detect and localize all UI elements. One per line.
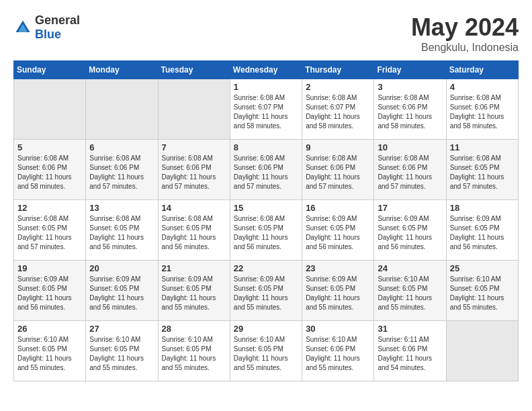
- day-info: Sunrise: 6:09 AM Sunset: 6:05 PM Dayligh…: [162, 275, 226, 312]
- page-header: General Blue May 2024 Bengkulu, Indonesi…: [13, 13, 519, 54]
- day-number: 2: [306, 82, 370, 92]
- day-info: Sunrise: 6:09 AM Sunset: 6:05 PM Dayligh…: [306, 214, 370, 252]
- day-number: 23: [306, 263, 370, 273]
- day-info: Sunrise: 6:08 AM Sunset: 6:07 PM Dayligh…: [306, 93, 370, 131]
- weekday-header-row: SundayMondayTuesdayWednesdayThursdayFrid…: [14, 61, 519, 79]
- day-number: 16: [306, 203, 370, 213]
- calendar-week-row: 26Sunrise: 6:10 AM Sunset: 6:05 PM Dayli…: [14, 321, 519, 381]
- day-info: Sunrise: 6:08 AM Sunset: 6:07 PM Dayligh…: [234, 93, 298, 131]
- day-number: 31: [378, 324, 442, 334]
- day-number: 25: [450, 263, 515, 273]
- calendar-cell: 25Sunrise: 6:10 AM Sunset: 6:05 PM Dayli…: [446, 261, 518, 321]
- day-number: 10: [378, 142, 442, 152]
- calendar-cell: 9Sunrise: 6:08 AM Sunset: 6:06 PM Daylig…: [302, 140, 374, 200]
- day-info: Sunrise: 6:08 AM Sunset: 6:06 PM Dayligh…: [450, 93, 515, 131]
- calendar-cell: 3Sunrise: 6:08 AM Sunset: 6:06 PM Daylig…: [374, 79, 446, 140]
- calendar-cell: 5Sunrise: 6:08 AM Sunset: 6:06 PM Daylig…: [14, 140, 86, 200]
- day-info: Sunrise: 6:08 AM Sunset: 6:05 PM Dayligh…: [234, 214, 298, 252]
- logo-text-general: General: [35, 13, 80, 27]
- day-info: Sunrise: 6:10 AM Sunset: 6:05 PM Dayligh…: [89, 335, 154, 373]
- day-info: Sunrise: 6:09 AM Sunset: 6:05 PM Dayligh…: [450, 214, 515, 252]
- calendar-cell: 1Sunrise: 6:08 AM Sunset: 6:07 PM Daylig…: [230, 79, 302, 140]
- calendar-week-row: 12Sunrise: 6:08 AM Sunset: 6:05 PM Dayli…: [14, 200, 519, 261]
- day-info: Sunrise: 6:10 AM Sunset: 6:05 PM Dayligh…: [17, 335, 82, 373]
- weekday-header-saturday: Saturday: [446, 61, 518, 79]
- calendar-week-row: 5Sunrise: 6:08 AM Sunset: 6:06 PM Daylig…: [14, 140, 519, 200]
- calendar-cell: [446, 321, 518, 381]
- weekday-header-friday: Friday: [374, 61, 446, 79]
- day-number: 13: [89, 203, 154, 213]
- calendar-cell: [86, 79, 158, 140]
- day-info: Sunrise: 6:09 AM Sunset: 6:05 PM Dayligh…: [234, 275, 298, 312]
- calendar-body: 1Sunrise: 6:08 AM Sunset: 6:07 PM Daylig…: [14, 79, 519, 381]
- logo-icon: [13, 18, 32, 37]
- day-info: Sunrise: 6:08 AM Sunset: 6:06 PM Dayligh…: [378, 93, 442, 131]
- day-info: Sunrise: 6:08 AM Sunset: 6:05 PM Dayligh…: [89, 214, 154, 252]
- day-info: Sunrise: 6:08 AM Sunset: 6:06 PM Dayligh…: [234, 154, 298, 191]
- calendar-cell: 31Sunrise: 6:11 AM Sunset: 6:06 PM Dayli…: [374, 321, 446, 381]
- day-number: 24: [378, 263, 442, 273]
- day-number: 9: [306, 142, 370, 152]
- weekday-header-sunday: Sunday: [14, 61, 86, 79]
- day-number: 6: [89, 142, 154, 152]
- day-number: 3: [378, 82, 442, 92]
- calendar-cell: 22Sunrise: 6:09 AM Sunset: 6:05 PM Dayli…: [230, 261, 302, 321]
- day-number: 11: [450, 142, 515, 152]
- day-info: Sunrise: 6:08 AM Sunset: 6:06 PM Dayligh…: [306, 154, 370, 191]
- calendar-cell: 12Sunrise: 6:08 AM Sunset: 6:05 PM Dayli…: [14, 200, 86, 261]
- calendar-cell: 7Sunrise: 6:08 AM Sunset: 6:06 PM Daylig…: [158, 140, 230, 200]
- month-year-title: May 2024: [411, 13, 519, 42]
- day-info: Sunrise: 6:08 AM Sunset: 6:06 PM Dayligh…: [378, 154, 442, 191]
- logo: General Blue: [13, 13, 80, 42]
- day-number: 17: [378, 203, 442, 213]
- day-number: 18: [450, 203, 515, 213]
- day-info: Sunrise: 6:08 AM Sunset: 6:05 PM Dayligh…: [162, 214, 226, 252]
- day-info: Sunrise: 6:11 AM Sunset: 6:06 PM Dayligh…: [378, 335, 442, 373]
- weekday-header-wednesday: Wednesday: [230, 61, 302, 79]
- day-number: 5: [17, 142, 82, 152]
- day-number: 29: [234, 324, 298, 334]
- calendar-cell: 11Sunrise: 6:08 AM Sunset: 6:05 PM Dayli…: [446, 140, 518, 200]
- calendar-cell: 24Sunrise: 6:10 AM Sunset: 6:05 PM Dayli…: [374, 261, 446, 321]
- day-info: Sunrise: 6:10 AM Sunset: 6:05 PM Dayligh…: [378, 275, 442, 312]
- day-number: 20: [89, 263, 154, 273]
- day-info: Sunrise: 6:09 AM Sunset: 6:05 PM Dayligh…: [378, 214, 442, 252]
- day-number: 15: [234, 203, 298, 213]
- calendar-cell: 30Sunrise: 6:10 AM Sunset: 6:06 PM Dayli…: [302, 321, 374, 381]
- calendar-header: SundayMondayTuesdayWednesdayThursdayFrid…: [14, 61, 519, 79]
- weekday-header-thursday: Thursday: [302, 61, 374, 79]
- day-number: 12: [17, 203, 82, 213]
- calendar-cell: 27Sunrise: 6:10 AM Sunset: 6:05 PM Dayli…: [86, 321, 158, 381]
- day-info: Sunrise: 6:09 AM Sunset: 6:05 PM Dayligh…: [306, 275, 370, 312]
- day-number: 22: [234, 263, 298, 273]
- calendar-cell: 2Sunrise: 6:08 AM Sunset: 6:07 PM Daylig…: [302, 79, 374, 140]
- day-info: Sunrise: 6:09 AM Sunset: 6:05 PM Dayligh…: [89, 275, 154, 312]
- day-info: Sunrise: 6:08 AM Sunset: 6:05 PM Dayligh…: [450, 154, 515, 191]
- day-number: 19: [17, 263, 82, 273]
- calendar-cell: 23Sunrise: 6:09 AM Sunset: 6:05 PM Dayli…: [302, 261, 374, 321]
- calendar-cell: 28Sunrise: 6:10 AM Sunset: 6:05 PM Dayli…: [158, 321, 230, 381]
- calendar-cell: 14Sunrise: 6:08 AM Sunset: 6:05 PM Dayli…: [158, 200, 230, 261]
- day-number: 14: [162, 203, 226, 213]
- title-block: May 2024 Bengkulu, Indonesia: [411, 13, 519, 54]
- day-info: Sunrise: 6:10 AM Sunset: 6:06 PM Dayligh…: [306, 335, 370, 373]
- day-info: Sunrise: 6:10 AM Sunset: 6:05 PM Dayligh…: [234, 335, 298, 373]
- calendar-cell: 18Sunrise: 6:09 AM Sunset: 6:05 PM Dayli…: [446, 200, 518, 261]
- day-number: 26: [17, 324, 82, 334]
- calendar-cell: [14, 79, 86, 140]
- weekday-header-tuesday: Tuesday: [158, 61, 230, 79]
- day-info: Sunrise: 6:08 AM Sunset: 6:06 PM Dayligh…: [162, 154, 226, 191]
- calendar-week-row: 19Sunrise: 6:09 AM Sunset: 6:05 PM Dayli…: [14, 261, 519, 321]
- calendar-cell: 13Sunrise: 6:08 AM Sunset: 6:05 PM Dayli…: [86, 200, 158, 261]
- calendar-cell: 15Sunrise: 6:08 AM Sunset: 6:05 PM Dayli…: [230, 200, 302, 261]
- calendar-cell: 21Sunrise: 6:09 AM Sunset: 6:05 PM Dayli…: [158, 261, 230, 321]
- day-number: 21: [162, 263, 226, 273]
- day-number: 8: [234, 142, 298, 152]
- location-subtitle: Bengkulu, Indonesia: [411, 42, 519, 54]
- logo-text-blue: Blue: [35, 28, 61, 41]
- day-number: 1: [234, 82, 298, 92]
- weekday-header-monday: Monday: [86, 61, 158, 79]
- calendar-cell: 8Sunrise: 6:08 AM Sunset: 6:06 PM Daylig…: [230, 140, 302, 200]
- day-info: Sunrise: 6:10 AM Sunset: 6:05 PM Dayligh…: [450, 275, 515, 312]
- day-number: 28: [162, 324, 226, 334]
